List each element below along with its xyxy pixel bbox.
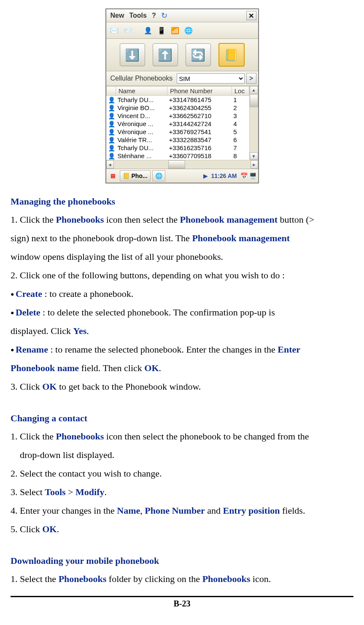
- download-button[interactable]: ⬇️: [120, 43, 145, 66]
- phonebook-button[interactable]: 📒: [218, 43, 245, 67]
- changing-step1: 1. Click the Phonebooks icon then select…: [11, 427, 353, 446]
- bullet-rename-cont: Phonebook name field. Then click OK.: [11, 359, 353, 377]
- taskbar-net[interactable]: 🌐: [152, 170, 165, 181]
- page-number: B-23: [11, 599, 353, 611]
- antenna-icon[interactable]: 📶: [170, 26, 180, 35]
- menu-tools[interactable]: Tools: [127, 12, 149, 19]
- changing-step3: 3. Select Tools > Modify.: [11, 483, 353, 501]
- contact-icon: 👤: [106, 104, 116, 112]
- vertical-scrollbar[interactable]: ▲ ▼: [249, 86, 258, 160]
- table-row[interactable]: 👤Tcharly DU...+336162357167: [106, 144, 249, 152]
- main-toolbar: ⬇️ ⬆️ 🔄 📒: [106, 39, 258, 71]
- phonebook-app-screenshot: New Tools ? ↻ ✕ ✉️ 📨 👤 📱 📶 🌐 ⬇️ ⬆️ 🔄 📒 C…: [11, 8, 353, 183]
- bullet-delete: Delete : to delete the selected phoneboo…: [11, 303, 353, 322]
- menu-new[interactable]: New: [108, 12, 127, 19]
- managing-step1-cont: sign) next to the phonebook drop-down li…: [11, 229, 353, 248]
- table-row[interactable]: 👤Véronique ...+331442427244: [106, 120, 249, 128]
- bullet-delete-cont: displayed. Click Yes.: [11, 322, 353, 340]
- contact-icon: 👤: [106, 112, 116, 120]
- downloading-step1: 1. Select the Phonebooks folder by click…: [11, 570, 353, 588]
- mail-new-icon[interactable]: ✉️: [110, 26, 119, 35]
- sync-icon[interactable]: ↻: [159, 11, 170, 20]
- table-row[interactable]: 👤Virginie BO...+336243042552: [106, 104, 249, 112]
- close-button[interactable]: ✕: [246, 11, 256, 20]
- selector-label: Cellular Phonebooks: [108, 75, 175, 82]
- scroll-up-icon[interactable]: ▲: [250, 86, 258, 94]
- start-icon[interactable]: ⊞: [108, 171, 118, 180]
- table-row[interactable]: 👤Sténhane ...+336077095188: [106, 152, 249, 160]
- hscroll-thumb[interactable]: [168, 160, 185, 169]
- contact-icon: 👤: [106, 128, 116, 136]
- changing-step2: 2. Select the contact you wish to change…: [11, 464, 353, 483]
- phone-icon[interactable]: 📱: [157, 26, 166, 35]
- add-contact-icon[interactable]: 👤: [143, 26, 153, 35]
- contact-icon: 👤: [106, 96, 116, 104]
- contact-icon: 👤: [106, 136, 116, 144]
- col-loc[interactable]: Loc: [232, 86, 249, 96]
- phonebook-dropdown[interactable]: SIM: [177, 73, 244, 84]
- heading-downloading: Downloading your mobile phonebook: [11, 555, 353, 566]
- taskbar-clock: 11:26 AM: [210, 172, 239, 179]
- contact-icon: 👤: [106, 144, 116, 152]
- contact-icon: 👤: [106, 152, 116, 160]
- contacts-table: Name Phone Number Loc 👤Tcharly DU...+331…: [106, 86, 249, 160]
- col-phone[interactable]: Phone Number: [167, 86, 232, 96]
- scroll-down-icon[interactable]: ▼: [250, 152, 258, 160]
- horizontal-scrollbar[interactable]: ◄ ►: [106, 160, 258, 169]
- changing-step1-cont: drop-down list displayed.: [20, 446, 353, 464]
- col-name[interactable]: Name: [116, 86, 167, 96]
- globe-icon[interactable]: 🌐: [184, 26, 193, 35]
- table-row[interactable]: 👤Valérie TR...+333228835476: [106, 136, 249, 144]
- managing-step1: 1. Click the Phonebooks icon then select…: [11, 210, 353, 229]
- changing-step4: 4. Enter your changes in the Name, Phone…: [11, 501, 353, 520]
- scroll-thumb[interactable]: [250, 94, 258, 107]
- device-window: New Tools ? ↻ ✕ ✉️ 📨 👤 📱 📶 🌐 ⬇️ ⬆️ 🔄 📒 C…: [105, 8, 259, 183]
- taskbar: ⊞ 📒 Pho... 🌐 ▶ 11:26 AM 📅 🖥️: [106, 169, 258, 183]
- heading-managing: Managing the phonebooks: [11, 196, 353, 207]
- phonebook-management-button[interactable]: >: [246, 73, 256, 84]
- sync-button[interactable]: 🔄: [186, 43, 211, 66]
- small-toolbar: ✉️ 📨 👤 📱 📶 🌐: [106, 22, 258, 39]
- bullet-rename: Rename : to rename the selected phoneboo…: [11, 340, 353, 359]
- changing-step5: 5. Click OK.: [11, 520, 353, 539]
- managing-step2: 2. Click one of the following buttons, d…: [11, 266, 353, 285]
- footer-rule: [11, 596, 353, 597]
- phonebook-selector-row: Cellular Phonebooks SIM >: [106, 71, 258, 86]
- contacts-area: Name Phone Number Loc 👤Tcharly DU...+331…: [106, 86, 258, 160]
- contact-icon: 👤: [106, 120, 116, 128]
- bullet-create: Create : to create a phonebook.: [11, 285, 353, 303]
- managing-step1-cont2: window opens displaying the list of all …: [11, 248, 353, 266]
- tray-arrow-icon[interactable]: ▶: [203, 172, 208, 179]
- mail-open-icon[interactable]: 📨: [123, 26, 132, 35]
- calendar-icon[interactable]: 📅: [240, 172, 248, 179]
- scroll-left-icon[interactable]: ◄: [106, 160, 114, 169]
- contacts-body: 👤Tcharly DU...+331478614751 👤Virginie BO…: [106, 96, 249, 160]
- col-icon[interactable]: [106, 86, 116, 96]
- menu-bar: New Tools ? ↻ ✕: [106, 9, 258, 22]
- table-row[interactable]: 👤Vincent D...+336625627103: [106, 112, 249, 120]
- scroll-right-icon[interactable]: ►: [251, 160, 258, 169]
- heading-changing: Changing a contact: [11, 413, 353, 424]
- upload-button[interactable]: ⬆️: [153, 43, 178, 66]
- menu-help[interactable]: ?: [149, 12, 159, 19]
- taskbar-app[interactable]: 📒 Pho...: [120, 170, 151, 181]
- managing-step3: 3. Click OK to get back to the Phonebook…: [11, 377, 353, 396]
- table-row[interactable]: 👤Tcharly DU...+331478614751: [106, 96, 249, 104]
- tray-icon[interactable]: 🖥️: [249, 172, 256, 179]
- table-row[interactable]: 👤Véronique ...+336769275415: [106, 128, 249, 136]
